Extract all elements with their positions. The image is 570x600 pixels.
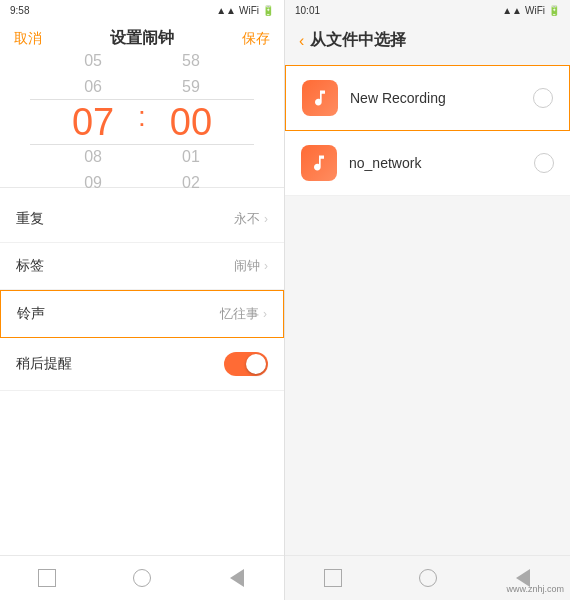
hour-05: 05 — [84, 48, 102, 74]
label-value-text: 闹钟 — [234, 257, 260, 275]
file-item-new-recording[interactable]: New Recording — [285, 65, 570, 131]
hour-07-selected: 07 — [72, 100, 114, 144]
file-name-new-recording: New Recording — [350, 90, 533, 106]
snooze-label: 稍后提醒 — [16, 355, 72, 373]
snooze-toggle[interactable] — [224, 352, 268, 376]
left-panel: 9:58 ▲▲ WiFi 🔋 取消 设置闹钟 保存 05 06 07 08 09… — [0, 0, 285, 600]
wifi-icon-left: WiFi — [239, 5, 259, 16]
time-picker[interactable]: 05 06 07 08 09 : 58 59 00 01 02 — [0, 57, 284, 187]
repeat-chevron: › — [264, 212, 268, 226]
ringtone-value-text: 忆往事 — [220, 305, 259, 323]
divider — [0, 187, 284, 188]
repeat-row[interactable]: 重复 永不 › — [0, 196, 284, 243]
label-chevron: › — [264, 259, 268, 273]
signal-icon-right: ▲▲ — [502, 5, 522, 16]
alarm-settings-title: 设置闹钟 — [110, 28, 174, 49]
radio-new-recording[interactable] — [533, 88, 553, 108]
music-icon-new-recording — [302, 80, 338, 116]
nav-circle-right[interactable] — [417, 567, 439, 589]
top-bar-right: ‹ 从文件中选择 — [285, 20, 570, 61]
nav-square-left[interactable] — [36, 567, 58, 589]
signal-icon-left: ▲▲ — [216, 5, 236, 16]
repeat-label: 重复 — [16, 210, 44, 228]
wifi-icon-right: WiFi — [525, 5, 545, 16]
min-00-selected: 00 — [170, 100, 212, 144]
file-item-no-network[interactable]: no_network — [285, 131, 570, 196]
hour-09: 09 — [84, 170, 102, 196]
right-panel: 10:01 ▲▲ WiFi 🔋 ‹ 从文件中选择 New Recording — [285, 0, 570, 600]
time-divider: : — [138, 101, 146, 133]
square-icon-left — [38, 569, 56, 587]
square-icon-right — [324, 569, 342, 587]
back-button[interactable]: ‹ — [299, 32, 304, 50]
label-label: 标签 — [16, 257, 44, 275]
nav-square-right[interactable] — [322, 567, 344, 589]
hour-06: 06 — [84, 74, 102, 100]
min-01: 01 — [182, 144, 200, 170]
bottom-nav-left — [0, 555, 284, 600]
file-list: New Recording no_network — [285, 65, 570, 196]
ringtone-row[interactable]: 铃声 忆往事 › — [0, 290, 284, 338]
status-time-right: 10:01 — [295, 5, 320, 16]
file-picker-title: 从文件中选择 — [310, 30, 406, 51]
cancel-button[interactable]: 取消 — [14, 30, 42, 48]
label-value: 闹钟 › — [234, 257, 268, 275]
radio-no-network[interactable] — [534, 153, 554, 173]
battery-icon-left: 🔋 — [262, 5, 274, 16]
triangle-icon-left — [230, 569, 244, 587]
circle-icon-right — [419, 569, 437, 587]
status-bar-left: 9:58 ▲▲ WiFi 🔋 — [0, 0, 284, 20]
battery-icon-right: 🔋 — [548, 5, 560, 16]
file-name-no-network: no_network — [349, 155, 534, 171]
min-58: 58 — [182, 48, 200, 74]
alarm-label-row[interactable]: 标签 闹钟 › — [0, 243, 284, 290]
ringtone-label: 铃声 — [17, 305, 45, 323]
ringtone-chevron: › — [263, 307, 267, 321]
hour-08: 08 — [84, 144, 102, 170]
status-icons-left: ▲▲ WiFi 🔋 — [216, 5, 274, 16]
settings-section: 重复 永不 › 标签 闹钟 › 铃声 忆往事 › 稍后提醒 — [0, 196, 284, 555]
status-icons-right: ▲▲ WiFi 🔋 — [502, 5, 560, 16]
min-02: 02 — [182, 170, 200, 196]
status-time-left: 9:58 — [10, 5, 29, 16]
hour-column[interactable]: 05 06 07 08 09 — [58, 48, 128, 196]
repeat-value-text: 永不 — [234, 210, 260, 228]
watermark: www.znhj.com — [506, 584, 564, 594]
music-icon-no-network — [301, 145, 337, 181]
minute-column[interactable]: 58 59 00 01 02 — [156, 48, 226, 196]
nav-circle-left[interactable] — [131, 567, 153, 589]
circle-icon-left — [133, 569, 151, 587]
nav-back-left[interactable] — [226, 567, 248, 589]
status-bar-right: 10:01 ▲▲ WiFi 🔋 — [285, 0, 570, 20]
ringtone-value: 忆往事 › — [220, 305, 267, 323]
snooze-row: 稍后提醒 — [0, 338, 284, 391]
save-button[interactable]: 保存 — [242, 30, 270, 48]
top-bar-left: 取消 设置闹钟 保存 — [0, 20, 284, 57]
repeat-value: 永不 › — [234, 210, 268, 228]
min-59: 59 — [182, 74, 200, 100]
